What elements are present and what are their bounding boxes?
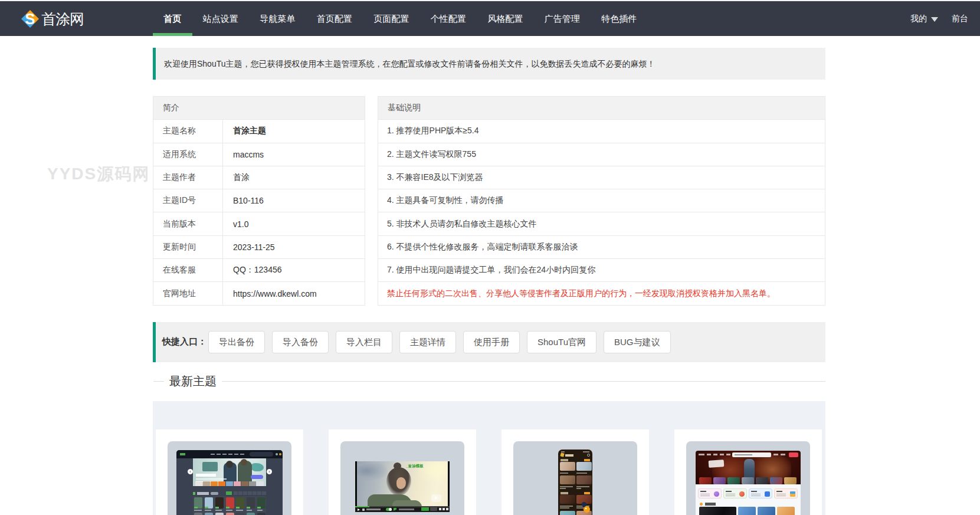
svg-text:S: S	[25, 10, 35, 28]
